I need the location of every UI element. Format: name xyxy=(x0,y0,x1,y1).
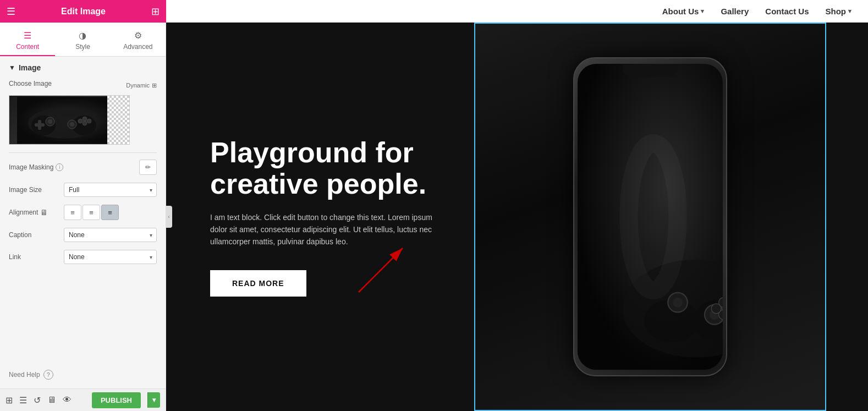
nav-shop-label: Shop xyxy=(826,7,847,16)
image-section-header: ▼ Image xyxy=(9,63,157,72)
grid-icon[interactable]: ⊞ xyxy=(151,6,160,18)
publish-button[interactable]: PUBLISH xyxy=(92,392,141,408)
image-size-select-wrapper: Full Large Medium Thumbnail ▾ xyxy=(64,183,157,197)
need-help-label: Need Help xyxy=(9,371,40,379)
history-icon[interactable]: ↺ xyxy=(34,395,41,405)
dynamic-label: Dynamic xyxy=(126,82,150,89)
gamepad-preview-svg xyxy=(17,97,122,144)
align-left-button[interactable]: ≡ xyxy=(64,205,81,220)
style-tab-icon: ◑ xyxy=(79,30,86,41)
image-masking-edit-button[interactable]: ✏ xyxy=(139,160,157,175)
caption-select[interactable]: None Attachment Caption Custom Caption xyxy=(64,228,157,242)
section-title: Image xyxy=(19,63,41,72)
image-masking-label: Image Masking i xyxy=(9,163,139,171)
dynamic-icon: ⊞ xyxy=(152,82,157,89)
layers-icon[interactable]: ⊞ xyxy=(6,395,13,405)
gamepad-on-screen xyxy=(578,64,723,370)
device-icon[interactable]: 🖥 xyxy=(47,395,56,405)
nav-about-label: About Us xyxy=(662,7,699,16)
svg-point-27 xyxy=(711,304,721,314)
main-area: ☰ Content ◑ Style ⚙ Advanced ▼ Image Cho… xyxy=(0,23,868,411)
tab-style[interactable]: ◑ Style xyxy=(55,27,110,56)
content-tab-icon: ☰ xyxy=(24,30,31,41)
tab-content-label: Content xyxy=(16,43,39,51)
choose-image-row: Choose Image Dynamic ⊞ xyxy=(9,80,157,91)
link-row: Link None Media File Custom URL ▾ xyxy=(9,250,157,264)
divider xyxy=(9,152,157,153)
alignment-row: Alignment 🖥 ≡ ≡ ≡ xyxy=(9,205,157,220)
tab-content[interactable]: ☰ Content xyxy=(0,27,55,56)
read-more-button[interactable]: READ MORE xyxy=(210,270,306,297)
chevron-down-icon: ▾ xyxy=(848,8,851,15)
svg-point-21 xyxy=(673,298,683,308)
need-help-section: Need Help ? xyxy=(0,361,166,388)
eye-icon[interactable]: 👁 xyxy=(63,395,72,405)
top-bar: ☰ Edit Image ⊞ About Us ▾ Gallery Contac… xyxy=(0,0,868,23)
align-center-button[interactable]: ≡ xyxy=(83,205,100,220)
tab-advanced[interactable]: ⚙ Advanced xyxy=(111,27,166,56)
collapse-handle[interactable]: ‹ xyxy=(166,206,172,228)
image-preview[interactable] xyxy=(9,95,130,145)
choose-image-label: Choose Image xyxy=(9,80,52,87)
svg-point-11 xyxy=(83,117,87,121)
panel-content: ▼ Image Choose Image Dynamic ⊞ xyxy=(0,57,166,361)
nav-gallery-label: Gallery xyxy=(721,7,749,16)
caption-select-wrapper: None Attachment Caption Custom Caption ▾ xyxy=(64,228,157,242)
chevron-down-icon: ▾ xyxy=(701,8,704,15)
hero-body: I am text block. Click edit button to ch… xyxy=(210,211,441,248)
link-select-wrapper: None Media File Custom URL ▾ xyxy=(64,250,157,264)
svg-point-12 xyxy=(87,119,91,123)
alignment-label: Alignment 🖥 xyxy=(9,208,64,217)
info-icon[interactable]: i xyxy=(56,163,63,171)
phone-notch xyxy=(623,65,678,77)
help-icon[interactable]: ? xyxy=(43,370,53,380)
publish-dropdown-button[interactable]: ▾ xyxy=(147,392,160,408)
left-panel: ☰ Content ◑ Style ⚙ Advanced ▼ Image Cho… xyxy=(0,23,166,411)
image-size-select[interactable]: Full Large Medium Thumbnail xyxy=(64,183,157,197)
caption-label: Caption xyxy=(9,231,64,239)
panel-tabs: ☰ Content ◑ Style ⚙ Advanced xyxy=(0,23,166,57)
phone-gamepad-svg xyxy=(578,64,723,370)
nav-shop[interactable]: Shop ▾ xyxy=(826,7,852,16)
checkered-bg xyxy=(107,96,129,144)
hero-title: Playground for creative people. xyxy=(210,137,441,200)
nav-contact[interactable]: Contact Us xyxy=(765,7,809,16)
phone-outer xyxy=(573,57,727,376)
hamburger-icon[interactable]: ☰ xyxy=(7,6,15,18)
section-arrow-icon: ▼ xyxy=(9,64,15,72)
monitor-icon: 🖥 xyxy=(40,208,48,217)
phone-image-container xyxy=(474,23,826,411)
nav-about[interactable]: About Us ▾ xyxy=(662,7,705,16)
svg-point-5 xyxy=(48,119,52,124)
tab-advanced-label: Advanced xyxy=(123,43,152,51)
image-preview-container[interactable] xyxy=(9,95,157,145)
dynamic-tag[interactable]: Dynamic ⊞ xyxy=(126,82,157,89)
align-right-button[interactable]: ≡ xyxy=(101,205,119,220)
advanced-tab-icon: ⚙ xyxy=(134,30,142,41)
svg-point-13 xyxy=(83,121,87,125)
alignment-buttons: ≡ ≡ ≡ xyxy=(64,205,119,220)
svg-point-10 xyxy=(78,119,83,123)
editor-title: Edit Image xyxy=(21,7,146,17)
phone-screen xyxy=(578,64,723,370)
phone-background xyxy=(475,24,825,410)
link-select[interactable]: None Media File Custom URL xyxy=(64,250,157,264)
phone-wrapper xyxy=(573,57,727,376)
nav-contact-label: Contact Us xyxy=(765,7,809,16)
right-content: Playground for creative people. I am tex… xyxy=(166,23,868,411)
editor-header: ☰ Edit Image ⊞ xyxy=(0,0,166,23)
nav-bar: About Us ▾ Gallery Contact Us Shop ▾ xyxy=(166,0,868,23)
link-label: Link xyxy=(9,253,64,261)
hero-text-area: Playground for creative people. I am tex… xyxy=(166,104,474,330)
tab-style-label: Style xyxy=(75,43,90,51)
svg-rect-9 xyxy=(35,123,45,127)
stack-icon[interactable]: ☰ xyxy=(19,395,27,405)
image-size-row: Image Size Full Large Medium Thumbnail ▾ xyxy=(9,183,157,197)
nav-gallery[interactable]: Gallery xyxy=(721,7,749,16)
caption-row: Caption None Attachment Caption Custom C… xyxy=(9,228,157,242)
svg-point-7 xyxy=(70,122,74,127)
image-size-label: Image Size xyxy=(9,186,64,194)
bottom-bar: ⊞ ☰ ↺ 🖥 👁 PUBLISH ▾ xyxy=(0,388,166,411)
hero-section: Playground for creative people. I am tex… xyxy=(166,23,868,411)
image-masking-row: Image Masking i ✏ xyxy=(9,160,157,175)
